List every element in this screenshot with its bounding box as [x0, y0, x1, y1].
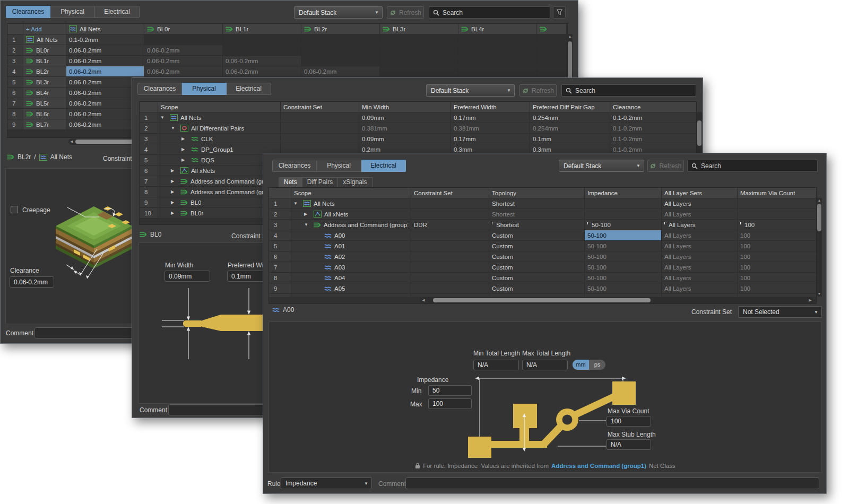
cell[interactable]: All Layers [662, 283, 738, 294]
note-net-class-link[interactable]: Address and Command (group1) [551, 463, 646, 469]
cell[interactable]: 50-100 [585, 230, 662, 241]
cell[interactable]: 0.381mm [359, 123, 451, 134]
tab-clearances[interactable]: Clearances [6, 6, 50, 18]
scope-a05[interactable]: A05 [291, 283, 411, 294]
matrix-cell[interactable] [458, 34, 537, 45]
matrix-cell[interactable]: 0.06-0.2mm [144, 56, 223, 66]
tab-electrical[interactable]: Electrical [361, 160, 406, 172]
cell[interactable]: DDR [411, 220, 489, 230]
cell[interactable]: 0.1-0.2mm [610, 123, 697, 134]
matrix-cell[interactable]: 0.06-0.2mm [66, 45, 144, 56]
cell[interactable] [411, 230, 489, 241]
cell[interactable]: 0.1-0.2mm [610, 112, 697, 123]
column-header-clearance[interactable]: Clearance [610, 102, 697, 112]
search-box[interactable] [429, 6, 550, 19]
cell[interactable]: 100 [738, 220, 816, 230]
cell[interactable]: 50-100 [585, 241, 662, 251]
tab-clearances[interactable]: Clearances [137, 83, 182, 95]
scope-a06[interactable]: A06 [291, 294, 411, 297]
cell[interactable] [281, 123, 359, 134]
cell[interactable]: All Layers [662, 198, 738, 209]
tab-physical[interactable]: Physical [182, 83, 227, 95]
column-header-preferred-diff-pair-gap[interactable]: Preferred Diff Pair Gap [530, 102, 610, 112]
max-total-length-field[interactable] [522, 360, 568, 370]
matrix-cell[interactable]: 0.06-0.2mm [66, 56, 144, 66]
matrix-cell[interactable]: 0.06-0.2mm [223, 56, 301, 66]
matrix-cell[interactable] [458, 56, 537, 66]
cell[interactable]: Shortest [489, 220, 585, 230]
cell[interactable]: 100 [738, 251, 816, 262]
cell[interactable]: 100 [738, 273, 816, 283]
expander-icon[interactable]: ▶ [171, 211, 178, 215]
unit-ps-button[interactable]: ps [589, 360, 605, 370]
scope-all-differential-pairs[interactable]: ▼All Differential Pairs [158, 123, 281, 134]
scope-a02[interactable]: A02 [291, 251, 411, 262]
matrix-cell[interactable] [537, 34, 567, 45]
cell[interactable]: 0.17mm [451, 112, 530, 123]
matrix-cell[interactable] [380, 34, 458, 45]
clearance-value-field[interactable] [10, 276, 54, 288]
constraint-set-select[interactable]: Not Selected ▼ [738, 306, 822, 318]
cell[interactable] [738, 198, 816, 209]
horizontal-scrollbar[interactable]: ◀ ▶ [420, 297, 813, 303]
tab-clearances[interactable]: Clearances [272, 160, 317, 172]
expander-icon[interactable]: ▼ [304, 222, 311, 227]
scope-a00[interactable]: A00 [291, 230, 411, 241]
scope-clk[interactable]: ▶CLK [158, 134, 281, 144]
matrix-cell[interactable]: 0.06-0.2mm [144, 45, 223, 56]
subtab-nets[interactable]: Nets [279, 177, 302, 187]
row-header-bl6r[interactable]: BL6r [23, 109, 66, 119]
column-header-bl4r[interactable]: BL4r [458, 24, 537, 34]
row-header-all-nets[interactable]: All Nets [23, 34, 66, 45]
cell[interactable]: 0.09mm [359, 112, 451, 123]
cell[interactable] [411, 262, 489, 273]
matrix-cell[interactable]: 0.1-0.2mm [66, 34, 144, 45]
row-header-bl0r[interactable]: BL0r [23, 45, 66, 56]
matrix-cell[interactable] [537, 45, 567, 56]
cell[interactable]: 100 [738, 262, 816, 273]
expander-icon[interactable]: ▶ [171, 179, 178, 184]
cell[interactable] [411, 241, 489, 251]
tab-physical[interactable]: Physical [50, 6, 95, 18]
column-header-constraint-set[interactable]: Constraint Set [281, 102, 359, 112]
matrix-cell[interactable] [301, 45, 380, 56]
vertical-scroll-thumb[interactable] [697, 120, 701, 146]
matrix-cell[interactable] [537, 56, 567, 66]
cell[interactable] [738, 209, 816, 220]
cell[interactable]: 0.09mm [359, 134, 451, 144]
scope-a01[interactable]: A01 [291, 241, 411, 251]
search-input[interactable] [575, 87, 692, 94]
min-total-length-field[interactable] [473, 360, 519, 370]
max-stub-length-field[interactable] [607, 439, 651, 450]
cell[interactable] [411, 198, 489, 209]
cell[interactable]: All Layers [662, 273, 738, 283]
cell[interactable]: 0.381mm [451, 123, 530, 134]
row-header-bl3r[interactable]: BL3r [23, 77, 66, 88]
cell[interactable]: Custom [489, 283, 585, 294]
matrix-cell[interactable] [301, 34, 380, 45]
filter-button[interactable] [553, 6, 566, 19]
column-header-constraint-set[interactable]: Constraint Set [411, 188, 489, 198]
cell[interactable]: All Layers [662, 241, 738, 251]
matrix-cell[interactable] [301, 56, 380, 66]
cell[interactable]: 50-100 [585, 262, 662, 273]
refresh-button[interactable]: Refresh [387, 6, 424, 19]
expander-icon[interactable]: ▶ [171, 168, 178, 173]
scope-a03[interactable]: A03 [291, 262, 411, 273]
add-column-button[interactable]: + Add [23, 24, 66, 34]
cell[interactable] [281, 134, 359, 144]
scope-all-nets[interactable]: ▼All Nets [291, 198, 411, 209]
matrix-cell[interactable] [380, 56, 458, 66]
cell[interactable]: Custom [489, 251, 585, 262]
row-header-bl4r[interactable]: BL4r [23, 88, 66, 98]
column-header-topology[interactable]: Topology [489, 188, 585, 198]
cell[interactable]: 50-100 [585, 251, 662, 262]
expander-icon[interactable]: ▼ [160, 115, 167, 120]
subtab-xsignals[interactable]: xSignals [338, 177, 372, 187]
scroll-down-icon[interactable]: ▼ [817, 291, 822, 297]
cell[interactable]: 0.1mm [530, 134, 610, 144]
column-header-scope[interactable]: Scope [158, 102, 281, 112]
matrix-cell[interactable] [380, 66, 458, 77]
tab-physical[interactable]: Physical [317, 160, 361, 172]
expander-icon[interactable]: ▶ [171, 200, 178, 205]
